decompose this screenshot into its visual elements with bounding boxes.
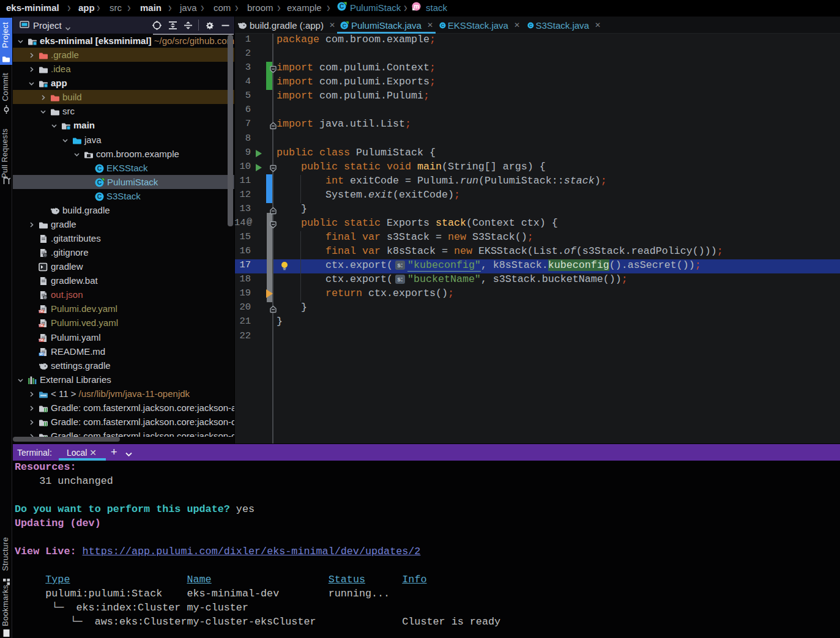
svg-text:YML: YML [39, 324, 45, 327]
svg-text:C: C [97, 193, 102, 200]
svg-text:m: m [414, 3, 419, 10]
svg-text:YML: YML [39, 310, 45, 313]
svg-text:C: C [441, 23, 445, 28]
svg-text:C: C [97, 179, 102, 186]
svg-text:C: C [342, 22, 346, 28]
svg-text:YML: YML [39, 339, 45, 342]
svg-text:C: C [529, 23, 533, 28]
svg-text:C: C [97, 165, 102, 172]
svg-text:MD: MD [39, 353, 44, 356]
svg-text:C: C [340, 2, 344, 10]
